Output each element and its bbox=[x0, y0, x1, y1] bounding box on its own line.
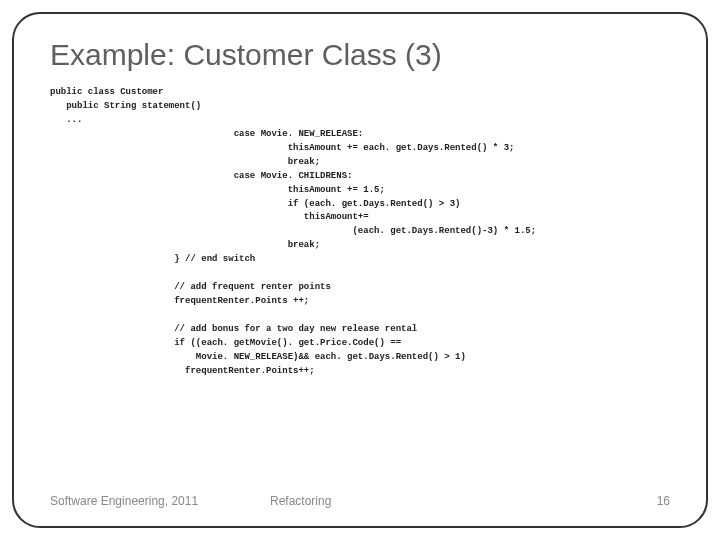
code-line: // add bonus for a two day new release r… bbox=[50, 324, 417, 334]
code-line: } // end switch bbox=[50, 254, 255, 264]
code-line: thisAmount += each. get.Days.Rented() * … bbox=[50, 143, 514, 153]
code-line: // add frequent renter points bbox=[50, 282, 331, 292]
code-line: public class Customer bbox=[50, 87, 163, 97]
code-line: thisAmount+= bbox=[50, 212, 369, 222]
code-line: break; bbox=[50, 240, 320, 250]
code-block: public class Customer public String stat… bbox=[50, 86, 670, 379]
code-line: if (each. get.Days.Rented() > 3) bbox=[50, 199, 460, 209]
footer-left: Software Engineering, 2011 bbox=[50, 494, 250, 508]
code-line: break; bbox=[50, 157, 320, 167]
code-line: public String statement() bbox=[50, 101, 201, 111]
page-number: 16 bbox=[610, 494, 670, 508]
slide-frame: Example: Customer Class (3) public class… bbox=[12, 12, 708, 528]
slide-title: Example: Customer Class (3) bbox=[50, 38, 670, 72]
slide-footer: Software Engineering, 2011 Refactoring 1… bbox=[50, 494, 670, 508]
code-line: case Movie. CHILDRENS: bbox=[50, 171, 352, 181]
code-line: frequentRenter.Points ++; bbox=[50, 296, 309, 306]
code-line: ... bbox=[50, 115, 82, 125]
code-line: (each. get.Days.Rented()-3) * 1.5; bbox=[50, 226, 536, 236]
code-line: frequentRenter.Points++; bbox=[50, 366, 315, 376]
code-line: Movie. NEW_RELEASE)&& each. get.Days.Ren… bbox=[50, 352, 466, 362]
code-line: case Movie. NEW_RELEASE: bbox=[50, 129, 363, 139]
code-line: if ((each. getMovie(). get.Price.Code() … bbox=[50, 338, 401, 348]
code-line: thisAmount += 1.5; bbox=[50, 185, 385, 195]
footer-center: Refactoring bbox=[250, 494, 610, 508]
